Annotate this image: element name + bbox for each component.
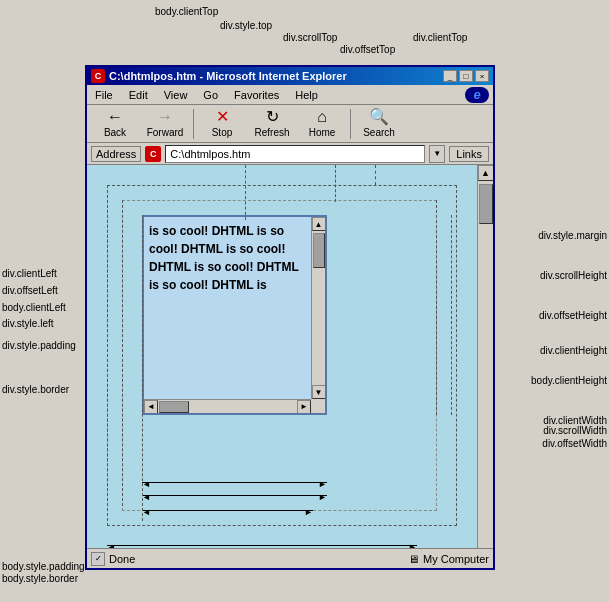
label-div-style-margin: div.style.margin bbox=[538, 230, 607, 241]
address-dropdown[interactable]: ▼ bbox=[429, 145, 445, 163]
main-scrollbar-v[interactable]: ▲ ▼ bbox=[477, 165, 493, 566]
search-button[interactable]: 🔍 Search bbox=[355, 107, 403, 141]
div-content-text: is so cool! DHTML is so cool! DHTML is s… bbox=[144, 217, 311, 299]
div-scrollbar-v[interactable]: ▲ ▼ bbox=[311, 217, 325, 399]
label-div-scroll-height: div.scrollHeight bbox=[540, 270, 607, 281]
status-bar: ✓ Done 🖥 My Computer bbox=[87, 548, 493, 568]
menu-bar: File Edit View Go Favorites Help e bbox=[87, 85, 493, 105]
label-div-offset-top: div.offsetTop bbox=[340, 44, 395, 55]
minimize-button[interactable]: _ bbox=[443, 70, 457, 82]
status-computer-icon: 🖥 bbox=[408, 553, 419, 565]
browser-window: C C:\dhtmlpos.htm - Microsoft Internet E… bbox=[85, 65, 495, 570]
label-body-style-padding: body.style.padding bbox=[2, 561, 85, 572]
scroll-left-arrow[interactable]: ◄ bbox=[144, 400, 158, 414]
scroll-up-arrow[interactable]: ▲ bbox=[312, 217, 326, 231]
menu-help[interactable]: Help bbox=[291, 88, 322, 102]
close-button[interactable]: × bbox=[475, 70, 489, 82]
status-icon: ✓ bbox=[91, 552, 105, 566]
title-bar: C C:\dhtmlpos.htm - Microsoft Internet E… bbox=[87, 67, 493, 85]
main-scroll-up[interactable]: ▲ bbox=[478, 165, 494, 181]
stop-button[interactable]: ✕ Stop bbox=[198, 107, 246, 141]
label-div-offset-width: div.offsetWidth bbox=[542, 438, 607, 449]
title-bar-text: C:\dhtmlpos.htm - Microsoft Internet Exp… bbox=[109, 70, 347, 82]
label-body-client-left: body.clientLeft bbox=[2, 302, 66, 313]
scroll-thumb-v[interactable] bbox=[313, 233, 325, 268]
label-body-client-top: body.clientTop bbox=[155, 6, 218, 17]
scroll-thumb-h[interactable] bbox=[159, 401, 189, 413]
label-div-style-border: div.style.border bbox=[2, 384, 69, 395]
forward-button[interactable]: → Forward bbox=[141, 107, 189, 141]
menu-edit[interactable]: Edit bbox=[125, 88, 152, 102]
status-computer-text: My Computer bbox=[423, 553, 489, 565]
label-div-style-top: div.style.top bbox=[220, 20, 272, 31]
label-body-client-height: body.clientHeight bbox=[531, 375, 607, 386]
scroll-right-arrow[interactable]: ► bbox=[297, 400, 311, 414]
scroll-down-arrow[interactable]: ▼ bbox=[312, 385, 326, 399]
status-text: Done bbox=[109, 553, 135, 565]
content-wrapper: ▲ ▼ ◄ ► is so cool! DHTML is so cool! DH… bbox=[87, 165, 477, 566]
label-div-offset-height: div.offsetHeight bbox=[539, 310, 607, 321]
label-div-client-top: div.clientTop bbox=[413, 32, 467, 43]
menu-file[interactable]: File bbox=[91, 88, 117, 102]
content-area: ▲ ▼ ◄ ► is so cool! DHTML is so cool! DH… bbox=[87, 165, 493, 566]
label-div-offset-left: div.offsetLeft bbox=[2, 285, 58, 296]
maximize-button[interactable]: □ bbox=[459, 70, 473, 82]
home-button[interactable]: ⌂ Home bbox=[298, 107, 346, 141]
main-scroll-thumb-v[interactable] bbox=[479, 184, 493, 224]
menu-go[interactable]: Go bbox=[199, 88, 222, 102]
menu-view[interactable]: View bbox=[160, 88, 192, 102]
address-bar: Address C C:\dhtmlpos.htm ▼ Links bbox=[87, 143, 493, 165]
label-div-scroll-width: div.scrollWidth bbox=[543, 425, 607, 436]
label-div-client-height: div.clientHeight bbox=[540, 345, 607, 356]
address-label: Address bbox=[91, 146, 141, 162]
refresh-button[interactable]: ↻ Refresh bbox=[248, 107, 296, 141]
address-input[interactable]: C:\dhtmlpos.htm bbox=[165, 145, 425, 163]
div-scrollbar-h[interactable]: ◄ ► bbox=[144, 399, 311, 413]
back-button[interactable]: ← Back bbox=[91, 107, 139, 141]
browser-icon: C bbox=[91, 69, 105, 83]
scrollable-div: ▲ ▼ ◄ ► is so cool! DHTML is so cool! DH… bbox=[142, 215, 327, 415]
browser-icon-small: C bbox=[145, 146, 161, 162]
label-div-style-left: div.style.left bbox=[2, 318, 54, 329]
menu-favorites[interactable]: Favorites bbox=[230, 88, 283, 102]
label-body-style-border: body.style.border bbox=[2, 573, 78, 584]
label-div-client-left: div.clientLeft bbox=[2, 268, 57, 279]
label-div-style-padding: div.style.padding bbox=[2, 340, 76, 351]
toolbar: ← Back → Forward ✕ Stop ↻ Refresh ⌂ Home… bbox=[87, 105, 493, 143]
links-button[interactable]: Links bbox=[449, 146, 489, 162]
label-div-scroll-top: div.scrollTop bbox=[283, 32, 337, 43]
